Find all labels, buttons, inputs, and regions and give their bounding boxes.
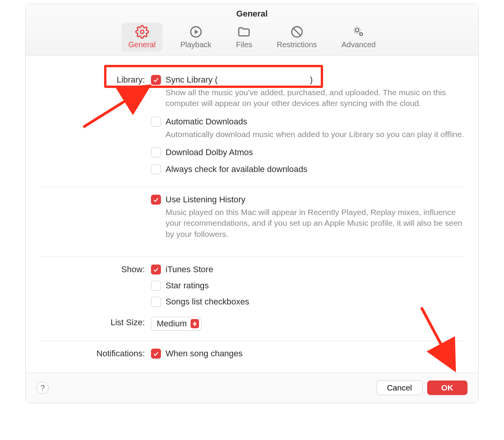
cancel-button[interactable]: Cancel bbox=[376, 380, 422, 395]
itunes-store-label: iTunes Store bbox=[166, 264, 213, 275]
songs-checkboxes-checkbox[interactable] bbox=[151, 297, 161, 307]
sync-library-desc: Show all the music you've added, purchas… bbox=[166, 87, 464, 109]
gears-icon bbox=[352, 25, 366, 39]
list-size-label: List Size: bbox=[40, 317, 151, 328]
tab-label: Advanced bbox=[342, 40, 376, 49]
tab-restrictions[interactable]: Restrictions bbox=[270, 23, 324, 51]
svg-line-3 bbox=[293, 28, 300, 35]
tab-bar: General Playback Files Restrictions bbox=[26, 23, 478, 51]
tab-label: General bbox=[128, 40, 156, 49]
show-label: Show: bbox=[40, 264, 151, 275]
tab-files[interactable]: Files bbox=[229, 23, 259, 51]
gear-icon bbox=[135, 25, 149, 39]
check-downloads-label: Always check for available downloads bbox=[166, 164, 307, 174]
list-size-popup[interactable]: Medium bbox=[151, 317, 202, 331]
tab-advanced[interactable]: Advanced bbox=[335, 23, 383, 51]
content-area: Library: Sync Library () Show all the mu… bbox=[26, 56, 478, 371]
star-ratings-checkbox[interactable] bbox=[151, 281, 161, 291]
auto-downloads-label: Automatic Downloads bbox=[166, 116, 247, 127]
star-ratings-label: Star ratings bbox=[166, 280, 209, 291]
folder-icon bbox=[237, 25, 251, 39]
itunes-store-checkbox[interactable] bbox=[151, 265, 161, 275]
redacted-account bbox=[218, 76, 310, 84]
ok-button[interactable]: OK bbox=[427, 380, 468, 395]
sync-library-checkbox[interactable] bbox=[151, 75, 161, 85]
dolby-checkbox[interactable] bbox=[151, 147, 161, 157]
play-icon bbox=[189, 25, 203, 39]
library-label: Library: bbox=[40, 74, 151, 85]
song-changes-label: When song changes bbox=[166, 348, 243, 359]
help-button[interactable]: ? bbox=[36, 382, 49, 394]
auto-downloads-desc: Automatically download music when added … bbox=[166, 129, 464, 140]
listening-history-label: Use Listening History bbox=[166, 194, 245, 205]
svg-point-4 bbox=[355, 28, 359, 32]
tab-label: Files bbox=[236, 40, 252, 49]
notifications-label: Notifications: bbox=[40, 348, 151, 359]
svg-point-5 bbox=[360, 33, 363, 36]
listening-history-checkbox[interactable] bbox=[151, 195, 161, 205]
tab-label: Restrictions bbox=[277, 40, 317, 49]
sync-library-label: Sync Library () bbox=[166, 74, 313, 85]
footer: ? Cancel OK bbox=[26, 372, 478, 403]
tab-general[interactable]: General bbox=[121, 23, 162, 51]
auto-downloads-checkbox[interactable] bbox=[151, 117, 161, 127]
updown-icon bbox=[191, 319, 199, 328]
check-downloads-checkbox[interactable] bbox=[151, 164, 161, 174]
song-changes-checkbox[interactable] bbox=[151, 349, 161, 359]
tab-label: Playback bbox=[180, 40, 211, 49]
dolby-label: Download Dolby Atmos bbox=[166, 147, 253, 157]
tab-playback[interactable]: Playback bbox=[173, 23, 218, 51]
listening-history-desc: Music played on this Mac will appear in … bbox=[166, 207, 464, 240]
help-icon: ? bbox=[40, 384, 45, 392]
svg-point-0 bbox=[140, 30, 144, 34]
list-size-value: Medium bbox=[157, 319, 187, 329]
window-title: General bbox=[26, 9, 478, 19]
prohibited-icon bbox=[290, 25, 304, 39]
window-header: General General Playback Files bbox=[26, 4, 478, 56]
songs-checkboxes-label: Songs list checkboxes bbox=[166, 296, 249, 307]
